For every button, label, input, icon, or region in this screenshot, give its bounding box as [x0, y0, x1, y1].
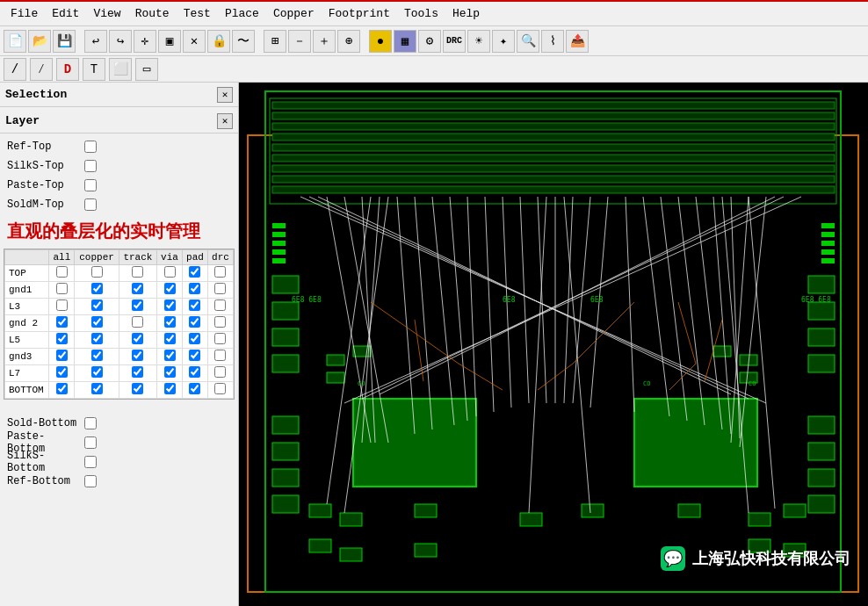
- layer-all-checkbox[interactable]: [56, 283, 68, 294]
- pad-tool[interactable]: ▭: [135, 58, 158, 81]
- layer-via-checkbox[interactable]: [164, 350, 176, 361]
- layer-track-checkbox[interactable]: [132, 383, 143, 394]
- layer-all-checkbox[interactable]: [56, 333, 68, 344]
- sun-button[interactable]: ☀: [467, 30, 490, 53]
- ref-bottom-checkbox[interactable]: [84, 475, 97, 487]
- menu-file[interactable]: File: [4, 4, 45, 23]
- layer-drc-checkbox[interactable]: [214, 299, 226, 311]
- sold-bottom-checkbox[interactable]: [84, 417, 97, 429]
- drc-button[interactable]: DRC: [443, 30, 466, 53]
- layer-drc-checkbox[interactable]: [214, 316, 226, 328]
- layer-copper-checkbox[interactable]: [91, 333, 103, 344]
- move-button[interactable]: ✛: [134, 30, 156, 53]
- layer-all-checkbox[interactable]: [56, 299, 68, 311]
- search-button[interactable]: 🔍: [517, 30, 539, 53]
- layer-copper-checkbox[interactable]: [91, 366, 103, 378]
- layer-track-checkbox[interactable]: [132, 299, 143, 311]
- layer-via-checkbox[interactable]: [164, 366, 176, 378]
- layer-track-checkbox[interactable]: [132, 283, 143, 294]
- svg-rect-24: [808, 302, 835, 320]
- menu-copper[interactable]: Copper: [266, 4, 322, 23]
- layer-track-checkbox[interactable]: [132, 316, 143, 328]
- layer-drc-checkbox[interactable]: [214, 283, 226, 294]
- ref-top-checkbox[interactable]: [84, 141, 97, 153]
- soldm-top-checkbox[interactable]: [84, 198, 97, 211]
- layer-copper-checkbox[interactable]: [91, 350, 103, 361]
- text-tool[interactable]: T: [83, 58, 105, 81]
- layer-copper-checkbox[interactable]: [91, 266, 103, 278]
- export-button[interactable]: 📤: [566, 30, 589, 53]
- route2-button[interactable]: ⌇: [541, 30, 564, 53]
- menu-footprint[interactable]: Footprint: [322, 4, 397, 23]
- line-tool[interactable]: /: [4, 58, 26, 81]
- layer-via-checkbox[interactable]: [164, 333, 176, 344]
- layer-all-checkbox[interactable]: [56, 366, 68, 378]
- ref-bottom-row: Ref-Bottom: [7, 472, 231, 491]
- zoom-out-button[interactable]: －: [288, 30, 311, 53]
- layer-close-button[interactable]: ✕: [217, 113, 233, 129]
- layer-pad-checkbox[interactable]: [189, 283, 200, 294]
- zoom-custom-button[interactable]: ⊕: [337, 30, 360, 53]
- layer-track-checkbox[interactable]: [132, 333, 143, 344]
- menu-place[interactable]: Place: [218, 4, 266, 23]
- selection-close-button[interactable]: ✕: [217, 87, 233, 103]
- layer-via-checkbox[interactable]: [164, 383, 176, 394]
- new-button[interactable]: 📄: [4, 30, 26, 53]
- layer-drc-checkbox[interactable]: [214, 350, 226, 361]
- layer-copper-checkbox[interactable]: [91, 383, 103, 394]
- layer-copper-checkbox[interactable]: [91, 283, 103, 294]
- layer-track-checkbox[interactable]: [132, 366, 143, 378]
- layer-pad-checkbox[interactable]: [189, 366, 200, 378]
- redo-button[interactable]: ↪: [109, 30, 132, 53]
- layer-via-checkbox[interactable]: [164, 266, 176, 278]
- menu-edit[interactable]: Edit: [45, 4, 86, 23]
- rect-tool[interactable]: D: [56, 58, 79, 81]
- layer-pad-checkbox[interactable]: [189, 316, 200, 328]
- zoom-in-button[interactable]: ＋: [313, 30, 336, 53]
- layer-drc-checkbox[interactable]: [214, 383, 226, 394]
- layer-drc-checkbox[interactable]: [214, 266, 226, 278]
- menu-view[interactable]: View: [86, 4, 127, 23]
- save-button[interactable]: 💾: [53, 30, 76, 53]
- silks-top-checkbox[interactable]: [84, 160, 97, 172]
- select-button[interactable]: ▣: [158, 30, 181, 53]
- lock-button[interactable]: 🔒: [207, 30, 230, 53]
- layer-all-checkbox[interactable]: [56, 383, 68, 394]
- layer-track-checkbox[interactable]: [132, 350, 143, 361]
- paste-bottom-checkbox[interactable]: [84, 436, 97, 449]
- layer-drc-checkbox[interactable]: [214, 333, 226, 344]
- menu-help[interactable]: Help: [445, 4, 487, 23]
- layer-pad-checkbox[interactable]: [189, 350, 200, 361]
- delete-button[interactable]: ✕: [183, 30, 206, 53]
- bulb-button[interactable]: ✦: [492, 30, 515, 53]
- layer-pad-checkbox[interactable]: [189, 299, 200, 311]
- menu-tools[interactable]: Tools: [397, 4, 445, 23]
- layer-via-checkbox[interactable]: [164, 316, 176, 328]
- layer-copper-checkbox[interactable]: [91, 316, 103, 328]
- layer-pad-checkbox[interactable]: [189, 333, 200, 344]
- settings-button[interactable]: ⚙: [418, 30, 441, 53]
- layer-via-checkbox[interactable]: [164, 299, 176, 311]
- layer-via-checkbox[interactable]: [164, 283, 176, 294]
- canvas-area[interactable]: 6E8 6E8 6E8 6E8 6E8 6E8 CO CO CO 💬 上海弘快科…: [239, 83, 868, 606]
- menu-test[interactable]: Test: [177, 4, 218, 23]
- paste-top-checkbox[interactable]: [84, 179, 97, 191]
- layer-all-checkbox[interactable]: [56, 316, 68, 328]
- color1-button[interactable]: ●: [369, 30, 392, 53]
- layer-track-checkbox[interactable]: [132, 266, 143, 278]
- layer-all-checkbox[interactable]: [56, 350, 68, 361]
- zoom-fit-button[interactable]: ⊞: [264, 30, 286, 53]
- layer-pad-checkbox[interactable]: [189, 383, 200, 394]
- slash-tool[interactable]: ∕: [30, 58, 53, 81]
- route-button[interactable]: 〜: [232, 30, 255, 53]
- layer-all-checkbox[interactable]: [56, 266, 68, 278]
- layer-copper-checkbox[interactable]: [91, 299, 103, 311]
- layer-pad-checkbox[interactable]: [189, 266, 200, 278]
- layer-drc-checkbox[interactable]: [214, 366, 226, 378]
- shape-tool[interactable]: ⬜: [109, 58, 132, 81]
- open-button[interactable]: 📂: [28, 30, 51, 53]
- silks-bottom-checkbox[interactable]: [84, 456, 97, 468]
- undo-button[interactable]: ↩: [84, 30, 107, 53]
- color2-button[interactable]: ▦: [394, 30, 416, 53]
- menu-route[interactable]: Route: [128, 4, 177, 23]
